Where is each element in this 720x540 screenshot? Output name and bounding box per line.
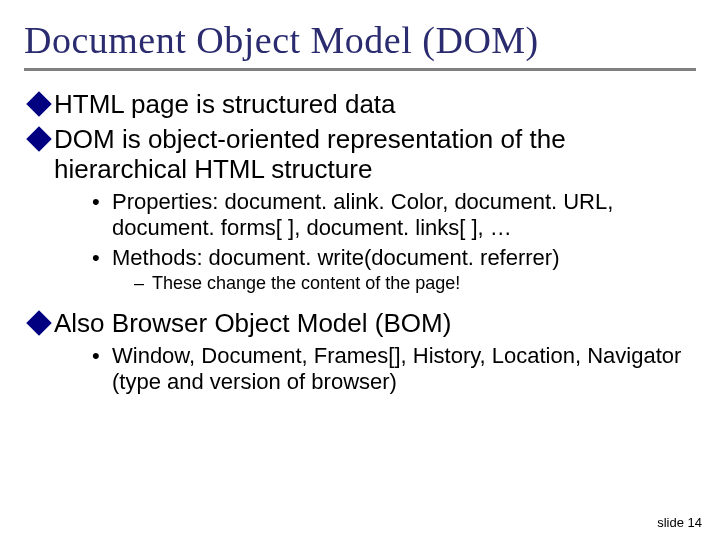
- bullet-1-text: HTML page is structured data: [54, 89, 396, 120]
- slide-title: Document Object Model (DOM): [24, 18, 696, 62]
- bullet-2-sub-1-text: Properties: document. alink. Color, docu…: [112, 189, 696, 241]
- bullet-2-sub-1: • Properties: document. alink. Color, do…: [92, 189, 696, 241]
- bullet-3-sub-1: • Window, Document, Frames[], History, L…: [92, 343, 696, 395]
- title-rule: [24, 68, 696, 71]
- slide-number: slide 14: [657, 515, 702, 530]
- dash-bullet-icon: –: [134, 273, 146, 295]
- bullet-2-sub-2-note: – These change the content of the page!: [134, 273, 696, 295]
- bullet-3-text: Also Browser Object Model (BOM): [54, 308, 451, 339]
- dot-bullet-icon: •: [92, 345, 104, 367]
- bullet-2-text: DOM is object-oriented representation of…: [54, 124, 696, 185]
- dot-bullet-icon: •: [92, 191, 104, 213]
- diamond-bullet-icon: [26, 311, 51, 336]
- bullet-2-sub-2-text: Methods: document. write(document. refer…: [112, 245, 560, 271]
- bullet-2: DOM is object-oriented representation of…: [30, 124, 696, 185]
- diamond-bullet-icon: [26, 126, 51, 151]
- dot-bullet-icon: •: [92, 247, 104, 269]
- slide: Document Object Model (DOM) HTML page is…: [0, 0, 720, 540]
- diamond-bullet-icon: [26, 91, 51, 116]
- bullet-2-sub-2: • Methods: document. write(document. ref…: [92, 245, 696, 271]
- bullet-2-sub-2-note-text: These change the content of the page!: [152, 273, 460, 295]
- bullet-1: HTML page is structured data: [30, 89, 696, 120]
- bullet-3-sub-1-text: Window, Document, Frames[], History, Loc…: [112, 343, 696, 395]
- bullet-3: Also Browser Object Model (BOM): [30, 308, 696, 339]
